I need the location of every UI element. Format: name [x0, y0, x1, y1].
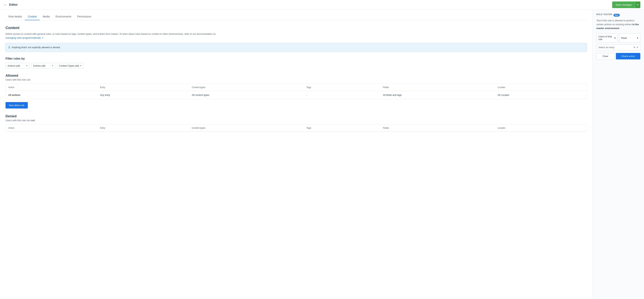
sidebar-controls-row: Users of that role ▾ Read ▾ — [596, 34, 640, 42]
col-fields: Fields — [380, 84, 495, 91]
sidebar-section-title: ROLE TESTER — [596, 13, 612, 16]
tab-media[interactable]: Media — [40, 13, 52, 20]
info-icon: ℹ — [9, 46, 10, 49]
chevron-down-icon: ▾ — [637, 36, 638, 39]
denied-table: Action Entry Content types Tags Fields L… — [6, 124, 587, 132]
back-button[interactable]: ← — [4, 2, 7, 7]
main-content: Role details Content Media Environments … — [0, 10, 592, 299]
row-action: All actions — [6, 91, 98, 99]
col-fields: Fields — [380, 124, 495, 132]
tab-bar: Role details Content Media Environments … — [6, 10, 587, 20]
sidebar-title-row: ROLE TESTER New — [596, 13, 640, 17]
layout: Role details Content Media Environments … — [0, 10, 644, 299]
allowed-table: Action Entry Content types Tags Fields L… — [6, 84, 587, 99]
allowed-title: Allowed — [6, 74, 587, 78]
tab-role-details[interactable]: Role details — [6, 13, 25, 20]
users-of-role-select[interactable]: Users of that role ▾ — [596, 34, 618, 42]
col-action: Action — [6, 84, 98, 91]
chevron-down-icon: ▾ — [26, 64, 28, 67]
chevron-down-icon: ▾ — [637, 3, 638, 6]
filter-label: Filter rules by — [6, 57, 587, 60]
col-entry: Entry — [98, 84, 189, 91]
chevron-down-icon: ▾ — [634, 46, 635, 49]
tab-environments[interactable]: Environments — [52, 13, 74, 20]
page-title: Editor — [9, 3, 18, 6]
col-tags: Tags — [304, 124, 380, 132]
back-icon: ← — [4, 2, 7, 7]
row-entry: Any entry — [98, 91, 189, 99]
row-tags: - — [304, 91, 380, 99]
denied-subtitle: Users with this role can not: — [6, 119, 587, 122]
tab-content[interactable]: Content — [25, 13, 40, 20]
row-content-types: All content types — [189, 91, 304, 99]
save-changes-button[interactable]: Save changes — [612, 2, 635, 8]
clear-button[interactable]: Clear — [596, 53, 614, 60]
info-message: Anything that's not explicitly allowed i… — [12, 46, 60, 49]
info-banner: ℹ Anything that's not explicitly allowed… — [6, 43, 587, 52]
content-section-title: Content — [6, 26, 587, 30]
chevron-down-icon: ▾ — [52, 64, 53, 67]
allowed-table-header: Action Entry Content types Tags Fields L… — [6, 84, 587, 91]
external-link-icon: ↗ — [636, 46, 638, 49]
filter-row: Actions (all) ▾ Entries (all) ▾ Content … — [6, 63, 587, 68]
new-badge: New — [614, 14, 620, 16]
col-locales: Locales — [495, 84, 587, 91]
col-action: Action — [6, 124, 98, 132]
sidebar-description: Test if this role is allowed to perform … — [596, 19, 640, 30]
check-action-button[interactable]: Check action — [616, 53, 640, 60]
docs-link[interactable]: managing roles programmatically ↗ — [6, 36, 44, 39]
sidebar-action-buttons: Clear Check action — [596, 53, 640, 60]
header: ← Editor Save changes ▾ — [0, 0, 644, 10]
save-dropdown-arrow[interactable]: ▾ — [635, 2, 640, 8]
permission-type-select[interactable]: Read ▾ — [619, 34, 640, 42]
actions-filter[interactable]: Actions (all) ▾ — [6, 63, 30, 68]
col-content-types: Content types — [189, 124, 304, 132]
col-tags: Tags — [304, 84, 380, 91]
content-description: Define access to content with general ru… — [6, 32, 587, 40]
row-fields: All fields and tags — [380, 91, 495, 99]
chevron-down-icon: ▾ — [80, 64, 81, 67]
col-entry: Entry — [98, 124, 189, 132]
entries-filter[interactable]: Entries (all) ▾ — [31, 63, 55, 68]
select-entry-dropdown[interactable]: Select an entry ▾ ↗ — [596, 44, 640, 50]
content-types-filter[interactable]: Content Types (all) ▾ — [57, 63, 83, 68]
row-locales: All Locales — [495, 91, 587, 99]
allowed-subtitle: Users with this role can: — [6, 78, 587, 81]
denied-table-header: Action Entry Content types Tags Fields L… — [6, 124, 587, 132]
tab-permissions[interactable]: Permissions — [74, 13, 94, 20]
chevron-down-icon: ▾ — [614, 36, 616, 39]
allowed-table-row: All actions Any entry All content types … — [6, 91, 587, 99]
save-button-group: Save changes ▾ — [612, 2, 640, 8]
header-left: ← Editor — [4, 2, 18, 7]
denied-title: Denied — [6, 114, 587, 118]
new-allow-rule-button[interactable]: New allow rule — [6, 102, 28, 108]
external-link-icon: ↗ — [42, 36, 44, 39]
col-content-types: Content types — [189, 84, 304, 91]
col-locales: Locales — [495, 124, 587, 132]
role-tester-sidebar: ROLE TESTER New Test if this role is all… — [592, 10, 644, 299]
